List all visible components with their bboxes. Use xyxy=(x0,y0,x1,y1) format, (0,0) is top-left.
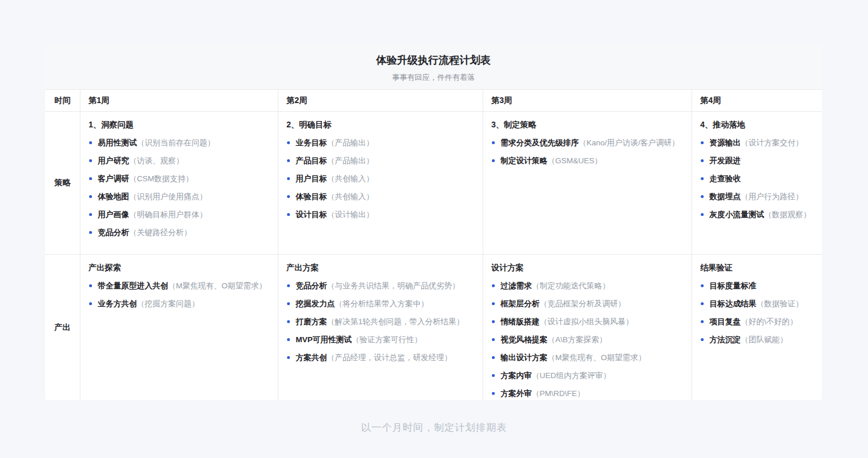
bullet-dot-icon xyxy=(287,320,290,323)
bullet-dot-icon xyxy=(492,392,495,395)
bullet-dot-icon xyxy=(701,159,704,162)
item-title: 打磨方案 xyxy=(296,317,327,327)
bullet-dot-icon xyxy=(89,177,92,180)
row-label-output: 产出 xyxy=(45,255,80,400)
bullet-dot-icon xyxy=(701,338,704,341)
bullet-dot-icon xyxy=(492,284,495,287)
item-note: （团队赋能） xyxy=(741,335,788,345)
bullet-list: 业务目标（产品输出） 产品目标（产品输出） 用户目标（共创输入） 体验目标（共创… xyxy=(286,138,478,219)
row-label-strategy: 策略 xyxy=(45,112,80,255)
bullet-dot-icon xyxy=(89,231,92,234)
strategy-cell-week1: 1、洞察问题 易用性测试（识别当前存在问题） 用户研究（访谈、观察） 客户调研（… xyxy=(80,112,278,255)
strategy-cell-week2: 2、明确目标 业务目标（产品输出） 产品目标（产品输出） 用户目标（共创输入） … xyxy=(278,112,483,255)
title-band: 体验升级执行流程计划表 事事有回应，件件有着落 xyxy=(45,45,822,90)
list-item: 产品目标（产品输出） xyxy=(286,156,478,166)
bullet-dot-icon xyxy=(701,320,704,323)
list-item: 数据埋点（用户行为路径） xyxy=(700,192,817,201)
bullet-dot-icon xyxy=(287,302,290,305)
item-title: 情绪版搭建 xyxy=(501,317,540,327)
item-note: （解决第1轮共创问题，带入分析结果） xyxy=(327,317,464,327)
bullet-dot-icon xyxy=(89,141,92,144)
item-note: （明确目标用户群体） xyxy=(129,210,207,219)
bullet-dot-icon xyxy=(287,159,290,162)
section-heading: 3、制定策略 xyxy=(491,120,687,130)
section-heading: 设计方案 xyxy=(491,263,687,273)
output-cell-week1: 产出探索 带全量原型进入共创（M聚焦现有、O期望需求） 业务方共创（挖掘方案问题… xyxy=(80,255,278,400)
item-title: 方案外审 xyxy=(501,389,532,398)
bullet-list: 带全量原型进入共创（M聚焦现有、O期望需求） 业务方共创（挖掘方案问题） xyxy=(89,281,273,309)
bullet-dot-icon xyxy=(701,141,704,144)
item-title: 挖掘发力点 xyxy=(296,299,335,309)
list-item: 方法沉淀（团队赋能） xyxy=(700,335,817,345)
list-item: 方案外审（PM\RD\FE） xyxy=(491,389,687,398)
list-item: 制定设计策略（GSM&UES） xyxy=(491,156,687,166)
footer-caption: 以一个月时间，制定计划排期表 xyxy=(0,421,868,434)
bullet-list: 易用性测试（识别当前存在问题） 用户研究（访谈、观察） 客户调研（CSM数据支持… xyxy=(89,138,273,237)
item-note: （产品经理，设计总监，研发经理） xyxy=(327,353,452,362)
week-header-3: 第3周 xyxy=(483,90,692,112)
item-note: （设计方案交付） xyxy=(741,138,803,148)
item-title: 目标度量标准 xyxy=(709,281,756,291)
bullet-list: 目标度量标准 目标达成结果（数据验证） 项目复盘（好的\不好的） 方法沉淀（团队… xyxy=(700,281,817,345)
item-title: 设计目标 xyxy=(296,210,327,219)
item-title: 竞品分析 xyxy=(98,228,129,237)
item-title: 方案共创 xyxy=(296,353,327,362)
item-note: （产品输出） xyxy=(327,138,374,148)
bullet-dot-icon xyxy=(492,159,495,162)
list-item: 用户画像（明确目标用户群体） xyxy=(89,210,273,219)
bullet-dot-icon xyxy=(89,213,92,216)
item-note: （M聚焦现有、O期望需求） xyxy=(168,281,267,291)
item-note: （数据观察） xyxy=(764,210,811,219)
list-item: 带全量原型进入共创（M聚焦现有、O期望需求） xyxy=(89,281,273,291)
item-note: （识别用户使用痛点） xyxy=(129,192,207,201)
item-note: （产品输出） xyxy=(327,156,374,166)
item-title: 项目复盘 xyxy=(709,317,741,327)
list-item: 资源输出（设计方案交付） xyxy=(700,138,817,148)
item-note: （Kano/用户访谈/客户调研） xyxy=(579,138,679,148)
item-note: （验证方案可行性） xyxy=(352,335,422,345)
item-note: （设计虚拟小组头脑风暴） xyxy=(540,317,634,327)
list-item: 竞品分析（与业务共识结果，明确产品优劣势） xyxy=(286,281,478,291)
item-title: 业务方共创 xyxy=(98,299,137,309)
bullet-dot-icon xyxy=(701,302,704,305)
item-title: 客户调研 xyxy=(98,174,129,184)
item-note: （识别当前存在问题） xyxy=(137,138,215,148)
item-title: 目标达成结果 xyxy=(709,299,756,309)
item-note: （将分析结果带入方案中） xyxy=(335,299,429,309)
bullet-list: 过滤需求（制定功能迭代策略） 框架层分析（竞品框架分析及调研） 情绪版搭建（设计… xyxy=(491,281,687,398)
bullet-dot-icon xyxy=(287,338,290,341)
bullet-dot-icon xyxy=(287,195,290,198)
list-item: 竞品分析（关键路径分析） xyxy=(89,228,273,237)
list-item: 用户研究（访谈、观察） xyxy=(89,156,273,166)
bullet-dot-icon xyxy=(701,177,704,180)
item-title: 走查验收 xyxy=(709,174,741,184)
list-item: 需求分类及优先级排序（Kano/用户访谈/客户调研） xyxy=(491,138,687,148)
list-item: 业务目标（产品输出） xyxy=(286,138,478,148)
bullet-list: 竞品分析（与业务共识结果，明确产品优劣势） 挖掘发力点（将分析结果带入方案中） … xyxy=(286,281,478,362)
item-title: 过滤需求 xyxy=(501,281,532,291)
list-item: 体验目标（共创输入） xyxy=(286,192,478,201)
item-title: 视觉风格提案 xyxy=(501,335,547,345)
list-item: 打磨方案（解决第1轮共创问题，带入分析结果） xyxy=(286,317,478,327)
list-item: 目标度量标准 xyxy=(700,281,817,291)
item-note: （关键路径分析） xyxy=(129,228,192,237)
list-item: 易用性测试（识别当前存在问题） xyxy=(89,138,273,148)
bullet-dot-icon xyxy=(492,356,495,359)
item-note: （M聚焦现有、O期望需求） xyxy=(547,353,646,362)
bullet-list: 需求分类及优先级排序（Kano/用户访谈/客户调研） 制定设计策略（GSM&UE… xyxy=(491,138,687,166)
section-heading: 产出方案 xyxy=(286,263,478,273)
output-cell-week4: 结果验证 目标度量标准 目标达成结果（数据验证） 项目复盘（好的\不好的） 方法… xyxy=(692,255,822,400)
item-title: 易用性测试 xyxy=(98,138,137,148)
section-heading: 产出探索 xyxy=(89,263,273,273)
bullet-dot-icon xyxy=(492,374,495,377)
page-subtitle: 事事有回应，件件有着落 xyxy=(45,72,822,83)
item-title: MVP可用性测试 xyxy=(296,335,352,345)
item-title: 需求分类及优先级排序 xyxy=(501,138,579,148)
list-item: 输出设计方案（M聚焦现有、O期望需求） xyxy=(491,353,687,362)
plan-card: 体验升级执行流程计划表 事事有回应，件件有着落 时间 第1周 第2周 第3周 第… xyxy=(45,45,822,400)
strategy-cell-week3: 3、制定策略 需求分类及优先级排序（Kano/用户访谈/客户调研） 制定设计策略… xyxy=(483,112,692,255)
item-note: （设计输出） xyxy=(327,210,374,219)
item-title: 体验地图 xyxy=(98,192,129,201)
list-item: 客户调研（CSM数据支持） xyxy=(89,174,273,184)
list-item: 灰度小流量测试（数据观察） xyxy=(700,210,817,219)
